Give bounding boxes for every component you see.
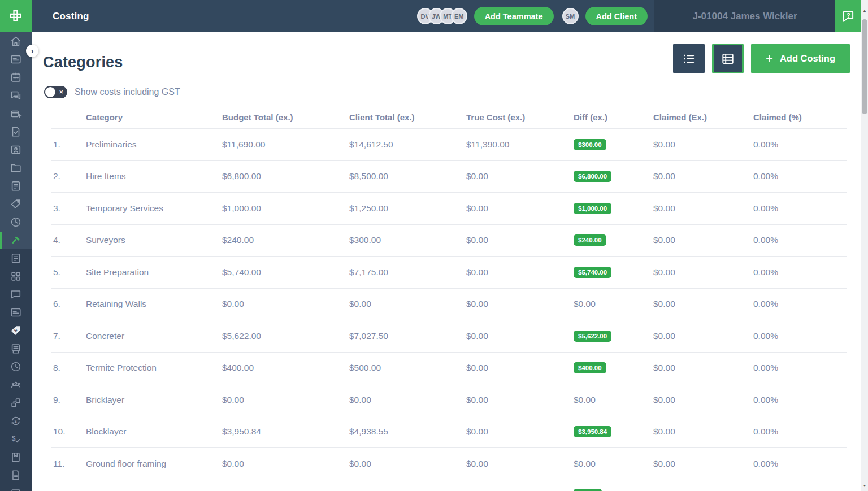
- sidebar-item-hammer-icon[interactable]: [0, 231, 32, 249]
- row-claimed-pct: 0.00%: [752, 140, 847, 150]
- row-claimed-ex: $0.00: [652, 427, 752, 437]
- sidebar-item-clock-icon[interactable]: [0, 358, 32, 376]
- sidebar-item-refresh-dollar-icon[interactable]: $: [0, 412, 32, 430]
- row-true-cost: $0.00: [465, 267, 572, 277]
- row-number: 8.: [51, 363, 84, 373]
- row-category: Concreter: [84, 331, 220, 341]
- app-logo[interactable]: [0, 0, 32, 32]
- sidebar-item-calendar-icon[interactable]: [0, 68, 32, 86]
- scroll-down-arrow-icon[interactable]: ▼: [861, 483, 868, 489]
- sidebar-item-dollar-check-icon[interactable]: $: [0, 430, 32, 448]
- sidebar-item-folder-icon[interactable]: [0, 159, 32, 177]
- row-client-total: $300.00: [348, 235, 465, 245]
- row-client-total: $500.00: [348, 363, 465, 373]
- svg-text:?: ?: [847, 11, 850, 18]
- table-row[interactable]: 2. Hire Items $6,800.00 $8,500.00 $0.00 …: [51, 161, 847, 193]
- scroll-up-arrow-icon[interactable]: ▲: [861, 8, 868, 14]
- sidebar-item-clipboard-list-icon[interactable]: [0, 177, 32, 195]
- diff-badge: $3,950.84: [574, 426, 611, 437]
- sidebar-expand-button[interactable]: ›: [26, 45, 38, 57]
- row-diff: $1,000.00: [572, 203, 652, 214]
- add-client-button[interactable]: Add Client: [585, 7, 648, 25]
- sidebar-item-bookmark-icon[interactable]: [0, 448, 32, 466]
- row-claimed-ex: $0.00: [652, 267, 752, 277]
- table-row[interactable]: 11. Ground floor framing $0.00 $0.00 $0.…: [51, 448, 847, 480]
- row-category: Temporary Services: [84, 203, 220, 214]
- scrollbar-thumb[interactable]: [862, 19, 867, 114]
- add-costing-button[interactable]: + Add Costing: [751, 44, 850, 73]
- row-claimed-ex: $0.00: [652, 395, 752, 405]
- row-true-cost: $0.00: [465, 299, 572, 309]
- sidebar-item-team-icon[interactable]: [0, 376, 32, 394]
- row-diff: $6,800.00: [572, 171, 652, 182]
- svg-text:$: $: [15, 419, 17, 424]
- row-client-total: $7,175.00: [348, 267, 465, 277]
- job-label: J-01004 James Wickler: [692, 11, 797, 22]
- add-costing-label: Add Costing: [780, 53, 835, 64]
- table-row[interactable]: 8. Termite Protection $400.00 $500.00 $0…: [51, 353, 847, 385]
- sidebar-item-document-check-icon[interactable]: [0, 123, 32, 141]
- table-view-button[interactable]: [712, 44, 744, 73]
- sidebar-item-print-list-icon[interactable]: [0, 340, 32, 358]
- row-claimed-pct: 0.00%: [752, 267, 847, 277]
- sidebar-item-chat-bubble-icon[interactable]: [0, 285, 32, 303]
- sidebar-item-chat-duo-icon[interactable]: [0, 86, 32, 105]
- table-row[interactable]: 9. Bricklayer $0.00 $0.00 $0.00 $0.00 $0…: [51, 384, 847, 416]
- row-category: Retaining Walls: [84, 299, 220, 309]
- row-budget-total: $5,740.00: [220, 267, 348, 277]
- column-header-4: True Cost (ex.): [465, 112, 572, 122]
- row-diff: $5,740.00: [572, 267, 652, 278]
- sidebar-item-monitor-icon[interactable]: [0, 484, 32, 491]
- row-claimed-ex: $0.00: [652, 203, 752, 214]
- table-row[interactable]: 10. Blocklayer $3,950.84 $4,938.55 $0.00…: [51, 416, 847, 449]
- sidebar-item-contact-card-icon[interactable]: [0, 141, 32, 159]
- row-diff: $3,950.84: [572, 426, 652, 437]
- toggle-off-x-icon: ✕: [59, 89, 63, 95]
- diff-badge: [574, 489, 602, 491]
- sidebar-item-price-tag-icon[interactable]: [0, 195, 32, 213]
- add-teammate-button[interactable]: Add Teammate: [474, 7, 554, 25]
- row-true-cost: $0.00: [465, 203, 572, 214]
- vertical-scrollbar[interactable]: ▲ ▼: [861, 0, 868, 491]
- row-number: 6.: [51, 299, 84, 309]
- header-actions: + Add Costing: [673, 44, 850, 73]
- row-number: 5.: [51, 267, 84, 277]
- sidebar-item-price-tag-filled-icon[interactable]: S: [0, 321, 32, 340]
- row-claimed-pct: 0.00%: [752, 363, 847, 373]
- row-claimed-pct: 0.00%: [752, 203, 847, 214]
- sidebar-item-add-box-icon[interactable]: [0, 105, 32, 123]
- table-row-partial[interactable]: [51, 480, 847, 491]
- row-diff: $5,622.00: [572, 331, 652, 342]
- job-selector[interactable]: J-01004 James Wickler: [654, 0, 835, 32]
- row-true-cost: $0.00: [465, 171, 572, 181]
- table-row[interactable]: 4. Surveyors $240.00 $300.00 $0.00 $240.…: [51, 225, 847, 257]
- avatar-em[interactable]: EM: [451, 8, 467, 24]
- row-true-cost: $0.00: [465, 459, 572, 469]
- sidebar-item-document-icon[interactable]: [0, 466, 32, 484]
- table-row[interactable]: 6. Retaining Walls $0.00 $0.00 $0.00 $0.…: [51, 289, 847, 321]
- row-budget-total: $0.00: [220, 299, 348, 309]
- sidebar-item-clipboard-list-icon[interactable]: [0, 249, 32, 267]
- row-category: Bricklayer: [84, 395, 220, 405]
- sidebar-item-clock-icon[interactable]: [0, 213, 32, 231]
- row-budget-total: $400.00: [220, 363, 348, 373]
- row-budget-total: $0.00: [220, 395, 348, 405]
- table-row[interactable]: 3. Temporary Services $1,000.00 $1,250.0…: [51, 193, 847, 225]
- gst-toggle-switch[interactable]: ✕: [44, 86, 67, 98]
- table-row[interactable]: 1. Preliminaries $11,690.00 $14,612.50 $…: [51, 129, 847, 161]
- row-category: Blocklayer: [84, 427, 220, 437]
- row-diff: $0.00: [572, 395, 652, 405]
- table-row[interactable]: 7. Concreter $5,622.00 $7,027.50 $0.00 $…: [51, 320, 847, 353]
- sidebar-item-linked-boxes-icon[interactable]: [0, 394, 32, 412]
- row-true-cost: $0.00: [465, 331, 572, 341]
- help-button[interactable]: ?: [835, 0, 861, 32]
- row-claimed-ex: $0.00: [652, 140, 752, 150]
- sidebar-item-news-card-icon[interactable]: [0, 303, 32, 321]
- table-row[interactable]: 5. Site Preparation $5,740.00 $7,175.00 …: [51, 257, 847, 289]
- sidebar-item-grid-icon[interactable]: [0, 267, 32, 285]
- row-claimed-pct: 0.00%: [752, 427, 847, 437]
- list-view-button[interactable]: [673, 44, 705, 73]
- avatar-sm[interactable]: SM: [562, 8, 579, 24]
- diff-badge: $400.00: [574, 362, 606, 373]
- main-content: Categories +: [32, 32, 861, 491]
